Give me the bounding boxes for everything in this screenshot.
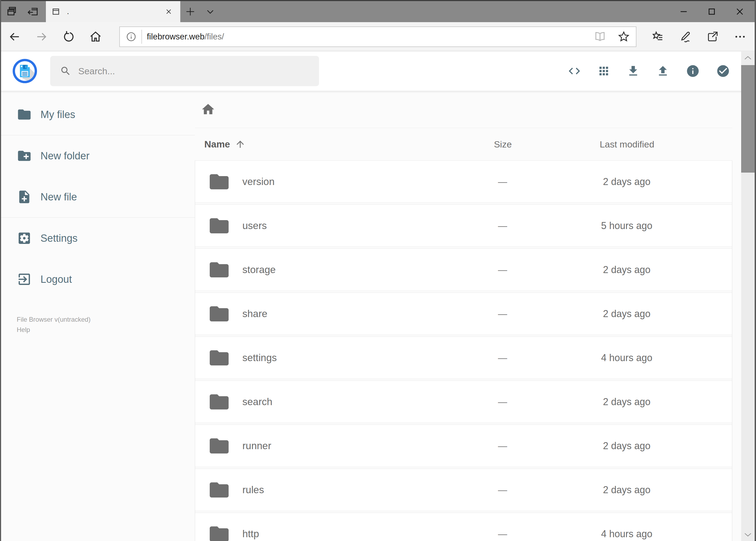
sidebar-item-label: New folder [41, 150, 90, 162]
scrollbar-thumb[interactable] [741, 65, 755, 173]
settings-gear-icon [17, 231, 32, 246]
sort-ascending-icon [235, 139, 246, 150]
forward-icon[interactable] [28, 30, 55, 43]
close-icon[interactable] [726, 1, 754, 22]
new-tab-button[interactable] [180, 1, 200, 22]
file-modified: 4 hours ago [546, 528, 708, 540]
sidebar: My files New folder New file Settings [0, 91, 195, 502]
code-icon[interactable] [568, 64, 581, 78]
refresh-icon[interactable] [55, 31, 82, 43]
file-size: — [459, 396, 546, 407]
folder-icon [208, 479, 230, 501]
download-icon[interactable] [627, 64, 640, 78]
select-check-icon[interactable] [716, 64, 730, 78]
new-folder-icon [17, 148, 32, 164]
column-header-name[interactable]: Name [204, 139, 460, 150]
browser-home-icon[interactable] [82, 30, 109, 43]
table-row[interactable]: settings — 4 hours ago [195, 336, 732, 379]
sidebar-credits: File Browser v(untracked) Help [0, 314, 195, 335]
tab-dropdown-icon[interactable] [200, 1, 220, 22]
sidebar-item-new-file[interactable]: New file [0, 176, 195, 218]
folder-icon [17, 107, 32, 122]
tab-preview-icon[interactable] [6, 6, 18, 17]
table-row[interactable]: rules — 2 days ago [195, 469, 732, 511]
file-name: runner [230, 440, 459, 452]
folder-icon [208, 171, 230, 193]
file-name: storage [230, 264, 459, 275]
file-name: version [230, 176, 459, 188]
upload-icon[interactable] [656, 64, 670, 78]
favorite-star-icon[interactable] [618, 31, 630, 43]
table-row[interactable]: storage — 2 days ago [195, 249, 732, 291]
share-icon[interactable] [706, 30, 719, 43]
search-box[interactable] [50, 56, 319, 86]
column-header-size[interactable]: Size [460, 139, 546, 150]
sidebar-item-label: Logout [41, 273, 72, 285]
tab-favicon-icon [52, 8, 60, 16]
grid-view-icon[interactable] [597, 65, 610, 78]
home-icon[interactable] [200, 101, 216, 118]
help-link[interactable]: Help [17, 326, 30, 333]
sidebar-item-label: New file [41, 191, 77, 203]
hub-icon[interactable] [651, 30, 664, 43]
file-modified: 5 hours ago [546, 220, 708, 232]
breadcrumb [195, 91, 732, 128]
file-modified: 4 hours ago [546, 352, 708, 363]
url-text: filebrowser.web/files/ [147, 32, 224, 42]
file-modified: 2 days ago [546, 308, 708, 319]
folder-icon [208, 302, 230, 325]
table-row[interactable]: share — 2 days ago [195, 292, 732, 335]
table-row[interactable]: users — 5 hours ago [195, 205, 732, 247]
set-tabs-aside-icon[interactable] [27, 6, 39, 17]
search-input[interactable] [78, 66, 316, 76]
folder-icon [208, 259, 230, 281]
annotate-pen-icon[interactable] [678, 30, 691, 43]
table-row[interactable]: version — 2 days ago [195, 161, 732, 203]
sidebar-item-label: My files [41, 109, 75, 121]
scroll-down-icon[interactable] [741, 528, 755, 541]
folder-icon [208, 346, 230, 369]
page-info-icon[interactable] [126, 31, 136, 42]
file-size: — [459, 265, 546, 275]
scroll-up-icon[interactable] [741, 52, 755, 65]
minimize-icon[interactable] [670, 1, 698, 22]
sidebar-item-my-files[interactable]: My files [0, 94, 195, 135]
info-icon[interactable] [686, 64, 700, 78]
folder-icon [208, 390, 230, 413]
tab-close-icon[interactable] [163, 6, 174, 17]
file-listing-panel: Name Size Last modified version — 2 days… [195, 91, 732, 502]
file-name: http [230, 528, 459, 540]
window-border-right [755, 0, 756, 541]
more-icon[interactable] [734, 30, 747, 43]
url-divider [141, 30, 142, 44]
url-path: /files/ [205, 32, 224, 41]
browser-titlebar: . [0, 0, 756, 22]
reading-view-icon[interactable] [594, 31, 606, 43]
sidebar-item-settings[interactable]: Settings [0, 218, 195, 259]
table-row[interactable]: http — 4 hours ago [195, 513, 732, 541]
column-header-modified[interactable]: Last modified [546, 139, 708, 150]
back-icon[interactable] [1, 30, 28, 43]
folder-icon [208, 435, 230, 457]
file-size: — [459, 308, 546, 319]
table-row[interactable]: runner — 2 days ago [195, 425, 732, 467]
url-host: filebrowser.web [147, 32, 205, 41]
maximize-icon[interactable] [698, 1, 726, 22]
file-size: — [459, 176, 546, 187]
table-row[interactable]: search — 2 days ago [195, 380, 732, 423]
search-icon [60, 65, 71, 77]
tab-title: . [67, 7, 163, 16]
file-name: settings [230, 352, 459, 363]
sidebar-item-logout[interactable]: Logout [0, 259, 195, 300]
browser-tab[interactable]: . [46, 1, 180, 22]
file-name: search [230, 396, 459, 407]
sidebar-item-label: Settings [41, 233, 78, 244]
page-scrollbar[interactable] [741, 52, 755, 541]
file-size: — [459, 440, 546, 451]
address-bar[interactable]: filebrowser.web/files/ [119, 26, 636, 47]
sidebar-item-new-folder[interactable]: New folder [0, 135, 195, 176]
file-modified: 2 days ago [546, 396, 708, 407]
window-border-left [0, 0, 1, 541]
folder-icon [208, 215, 230, 237]
file-size: — [459, 352, 546, 363]
